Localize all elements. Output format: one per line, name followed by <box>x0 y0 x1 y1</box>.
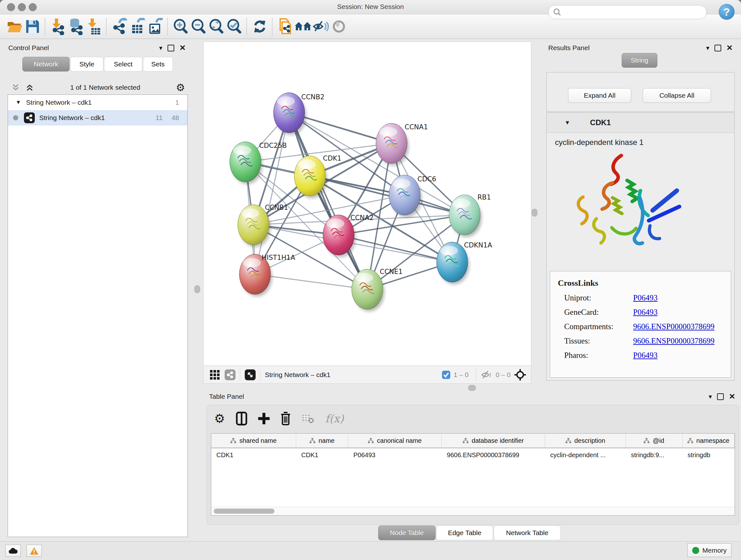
export-table-button[interactable] <box>128 17 146 36</box>
help-button[interactable]: ? <box>719 4 735 20</box>
export-image-button[interactable] <box>146 17 164 36</box>
table-cell[interactable]: CDK1 <box>211 448 296 462</box>
network-graph[interactable]: CCNB2CCNA1CDC25BCDK1CDC6RB1CCNB1CCNA2CDK… <box>204 42 531 366</box>
table-gear-icon[interactable]: ⚙ <box>214 412 225 426</box>
node-RB1[interactable]: RB1 <box>449 193 491 237</box>
tab-style[interactable]: Style <box>70 57 104 71</box>
apply-layout-button[interactable] <box>251 17 269 36</box>
float-panel-icon[interactable] <box>717 393 724 400</box>
collapse-triangle-icon[interactable]: ▼ <box>16 99 21 106</box>
node-CCNA1[interactable]: CCNA1 <box>376 123 428 166</box>
node-section-header[interactable]: ▼ CDK1 <box>547 113 734 133</box>
column-header--id[interactable]: @id <box>626 434 682 448</box>
crosslink-link[interactable]: P06493 <box>633 294 657 302</box>
column-header-name[interactable]: name <box>296 434 348 448</box>
column-header-database-identifier[interactable]: database identifier <box>442 434 545 448</box>
expand-all-button[interactable]: Expand All <box>568 88 631 103</box>
save-session-button[interactable] <box>23 17 42 36</box>
gear-icon[interactable]: ⚙ <box>176 81 185 94</box>
export-network-button[interactable] <box>111 17 128 36</box>
node-CCNE1[interactable]: CCNE1 <box>352 268 403 312</box>
string-view-icon[interactable] <box>225 369 235 380</box>
hide-selected-button[interactable] <box>312 17 330 36</box>
table-cell[interactable]: P06493 <box>348 448 442 462</box>
selected-checkbox-icon[interactable] <box>442 370 451 379</box>
tab-node-table[interactable]: Node Table <box>378 525 435 540</box>
node-HIST1H1A[interactable]: HIST1H1A <box>239 254 295 297</box>
column-header-description[interactable]: description <box>545 434 626 448</box>
eye-slash-icon <box>313 19 330 34</box>
left-splitter-handle[interactable] <box>194 286 200 293</box>
search-input[interactable] <box>561 8 697 16</box>
panel-menu-icon[interactable]: ▾ <box>706 44 710 52</box>
table-cell[interactable]: stringdb:9... <box>626 448 682 462</box>
tab-network-table[interactable]: Network Table <box>494 525 561 540</box>
edge-CCNB2-HIST1H1A[interactable] <box>255 113 289 274</box>
import-network-database-button[interactable] <box>67 17 85 36</box>
node-CDKN1A[interactable]: CDKN1A <box>436 241 492 285</box>
network-collection-row[interactable]: ▼ String Network – cdk1 1 <box>8 95 187 110</box>
tab-string[interactable]: String <box>622 53 657 68</box>
float-panel-icon[interactable] <box>715 45 721 51</box>
crosslink-link[interactable]: P06493 <box>633 308 657 317</box>
tab-network[interactable]: Network <box>22 57 70 71</box>
open-session-button[interactable] <box>6 17 23 36</box>
birdseye-crosshair-icon[interactable] <box>514 368 527 381</box>
crosslink-link[interactable]: P06493 <box>633 351 657 360</box>
table-row[interactable]: CDK1CDK1P064939606.ENSP00000378699cyclin… <box>211 448 735 462</box>
tab-select[interactable]: Select <box>104 57 142 71</box>
network-canvas[interactable]: CCNB2CCNA1CDC25BCDK1CDC6RB1CCNB1CCNA2CDK… <box>203 42 531 366</box>
zoom-in-button[interactable] <box>172 17 190 36</box>
table-cell[interactable]: cyclin-dependent ... <box>545 448 626 462</box>
section-collapse-triangle-icon[interactable]: ▼ <box>564 119 570 126</box>
grid-view-icon[interactable] <box>209 369 220 380</box>
panel-menu-icon[interactable]: ▾ <box>159 44 162 52</box>
warnings-button[interactable] <box>26 545 42 557</box>
columns-icon[interactable] <box>236 412 247 426</box>
tab-sets[interactable]: Sets <box>143 57 173 71</box>
collapse-all-icon[interactable] <box>11 83 20 92</box>
horizontal-scrollbar[interactable] <box>211 507 735 515</box>
node-table[interactable]: shared namenamecanonical namedatabase id… <box>211 433 735 516</box>
export-arrow-icon <box>138 18 143 22</box>
float-panel-icon[interactable] <box>167 45 174 51</box>
show-all-button[interactable] <box>330 17 348 36</box>
tab-edge-table[interactable]: Edge Table <box>436 525 493 540</box>
group-nodes-button[interactable] <box>294 17 312 36</box>
column-header-namespace[interactable]: namespace <box>683 434 735 448</box>
zoom-fit-button[interactable] <box>207 17 225 36</box>
table-cell[interactable]: stringdb <box>683 448 735 462</box>
delete-column-icon[interactable] <box>280 412 291 425</box>
network-row-selected[interactable]: String Network – cdk1 11 48 <box>8 110 187 125</box>
column-header-shared-name[interactable]: shared name <box>211 434 296 448</box>
node-label-CCNA2: CCNA2 <box>350 214 374 222</box>
right-splitter-handle[interactable] <box>532 209 537 216</box>
cloud-status-button[interactable] <box>5 545 21 557</box>
close-panel-icon[interactable]: ✕ <box>726 44 733 52</box>
selected-counts: 1 – 0 <box>454 371 469 379</box>
expand-all-icon[interactable] <box>25 83 35 92</box>
node-CDC6[interactable]: CDC6 <box>389 175 436 217</box>
collapse-all-button[interactable]: Collapse All <box>643 88 711 103</box>
crosslink-link[interactable]: 9606.ENSP00000378699 <box>633 322 715 331</box>
node-CCNA2[interactable]: CCNA2 <box>323 214 374 257</box>
table-cell[interactable]: CDK1 <box>296 448 348 462</box>
clone-network-button[interactable] <box>276 17 294 36</box>
memory-button[interactable]: Memory <box>687 543 731 557</box>
import-table-file-button[interactable] <box>85 17 103 36</box>
crosslink-link[interactable]: 9606.ENSP00000378699 <box>633 336 715 346</box>
close-panel-icon[interactable]: ✕ <box>179 44 186 52</box>
add-column-icon[interactable] <box>258 413 270 424</box>
panel-menu-icon[interactable]: ▾ <box>709 393 712 400</box>
import-network-file-button[interactable] <box>49 17 67 36</box>
scrollbar-thumb[interactable] <box>214 509 274 514</box>
column-header-canonical-name[interactable]: canonical name <box>348 434 442 448</box>
zoom-out-button[interactable] <box>190 17 207 36</box>
node-label-CDC6: CDC6 <box>417 175 436 183</box>
table-cell[interactable]: 9606.ENSP00000378699 <box>442 448 545 462</box>
hidden-eye-icon[interactable] <box>481 370 492 380</box>
close-panel-icon[interactable]: ✕ <box>729 393 735 400</box>
zoom-selected-button[interactable] <box>225 17 243 36</box>
open-in-window-icon[interactable] <box>245 369 256 380</box>
edge-CCNB2-CCNE1[interactable] <box>289 113 367 289</box>
